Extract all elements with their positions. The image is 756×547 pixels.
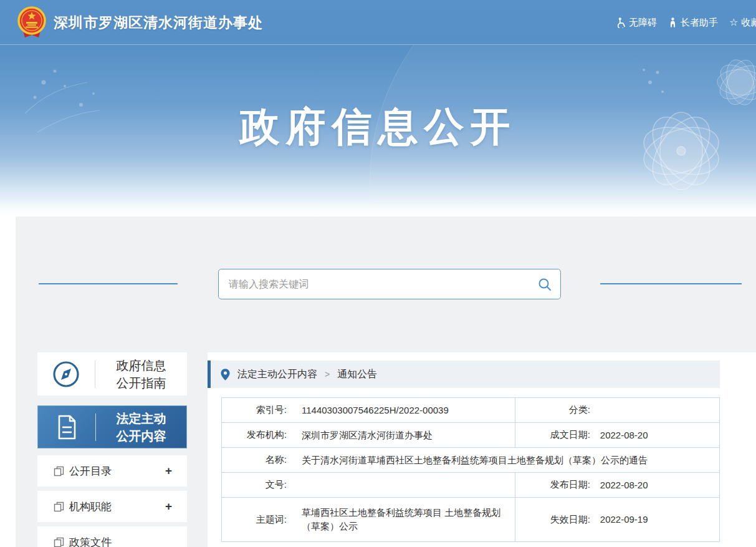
field-value: 关于清水河街道草埔西社区土地整备利益统筹项目土地整备规划（草案）公示的通告 (302, 450, 654, 471)
divider (39, 283, 178, 284)
search-button[interactable] (529, 269, 560, 299)
breadcrumb: 法定主动公开内容 > 通知公告 (208, 361, 720, 388)
field-value (302, 482, 308, 489)
divider (600, 283, 742, 284)
field-label: 文号: (222, 479, 287, 491)
location-pin-icon (221, 369, 230, 380)
national-emblem-logo (16, 6, 47, 39)
field-label: 主题词: (222, 514, 287, 526)
elder-icon (668, 17, 677, 27)
expand-plus-icon[interactable]: + (165, 464, 172, 478)
site-header: 深圳市罗湖区清水河街道办事处 无障碍 长者助手 ☆ 收藏 (0, 0, 756, 45)
search-input[interactable] (219, 279, 529, 290)
table-row: 文号: 发布日期: 2022-08-20 (222, 473, 719, 498)
sidebar-item-statutory-disclosure[interactable]: 法定主动 公开内容 (37, 405, 187, 448)
favorite-link[interactable]: ☆ 收藏 (729, 17, 756, 29)
document-icon (38, 413, 95, 442)
accessibility-link[interactable]: 无障碍 (616, 17, 657, 29)
sidebar-item-guide[interactable]: 政府信息 公开指南 (37, 352, 187, 395)
table-row: 发布机构: 深圳市罗湖区清水河街道办事处 成文日期: 2022-08-20 (222, 423, 719, 448)
sidebar-item-label: 公开目录 (69, 464, 165, 478)
table-row: 主题词: 草埔西社区土地整备利益统筹项目 土地整备规划（草案）公示 失效日期: … (222, 498, 719, 541)
field-value: 2022-08-20 (600, 475, 654, 496)
field-value: 2022-09-19 (600, 509, 654, 530)
breadcrumb-separator: > (325, 369, 330, 379)
sidebar-item-functions[interactable]: 机构职能 + (37, 491, 187, 522)
field-label: 名称: (222, 454, 287, 466)
sidebar-item-label: 法定主动 公开内容 (96, 410, 186, 445)
page-title: 政府信息公开 (0, 100, 756, 154)
table-row: 名称: 关于清水河街道草埔西社区土地整备利益统筹项目土地整备规划（草案）公示的通… (222, 448, 719, 473)
search-box (218, 269, 561, 299)
sidebar-item-catalog[interactable]: 公开目录 + (37, 455, 187, 486)
field-label: 发布机构: (222, 429, 287, 441)
pages-icon (54, 501, 64, 512)
expand-plus-icon[interactable]: + (165, 500, 172, 513)
field-label: 发布日期: (515, 479, 590, 491)
wheelchair-icon (616, 17, 626, 28)
field-value: 草埔西社区土地整备利益统筹项目 土地整备规划（草案）公示 (302, 502, 514, 537)
sidebar-item-label: 政策文件 (69, 535, 172, 547)
sidebar-item-policy-documents[interactable]: 政策文件 (37, 526, 187, 547)
compass-icon (37, 360, 95, 389)
field-value: 11440303007546225H/2022-00039 (302, 400, 455, 421)
document-meta-table: 索引号: 11440303007546225H/2022-00039 分类: 发… (221, 397, 720, 542)
header-links: 无障碍 长者助手 ☆ 收藏 (616, 0, 756, 45)
field-value: 深圳市罗湖区清水河街道办事处 (302, 425, 439, 446)
page: 政府信息公开 法定主动公开内容 > 通知公告 索引号: 114403030075… (0, 0, 756, 547)
field-value: 2022-08-20 (600, 425, 654, 446)
breadcrumb-parent[interactable]: 法定主动公开内容 (237, 368, 317, 381)
site-title: 深圳市罗湖区清水河街道办事处 (54, 0, 263, 45)
sidebar-item-label: 机构职能 (69, 500, 165, 514)
field-value (600, 407, 606, 414)
field-label: 索引号: (222, 404, 287, 416)
main-panel: 法定主动公开内容 > 通知公告 索引号: 11440303007546225H/… (208, 352, 756, 547)
elder-assistant-link[interactable]: 长者助手 (668, 17, 718, 29)
field-label: 分类: (515, 404, 590, 416)
banner: 政府信息公开 (0, 45, 756, 216)
search-icon (538, 278, 552, 291)
breadcrumb-current[interactable]: 通知公告 (337, 368, 377, 381)
star-icon: ☆ (729, 17, 738, 27)
field-label: 成文日期: (515, 429, 590, 441)
pages-icon (54, 537, 64, 547)
table-row: 索引号: 11440303007546225H/2022-00039 分类: (222, 398, 719, 423)
pages-icon (54, 466, 64, 477)
sidebar-item-label: 政府信息 公开指南 (95, 357, 187, 392)
field-label: 失效日期: (515, 514, 590, 526)
